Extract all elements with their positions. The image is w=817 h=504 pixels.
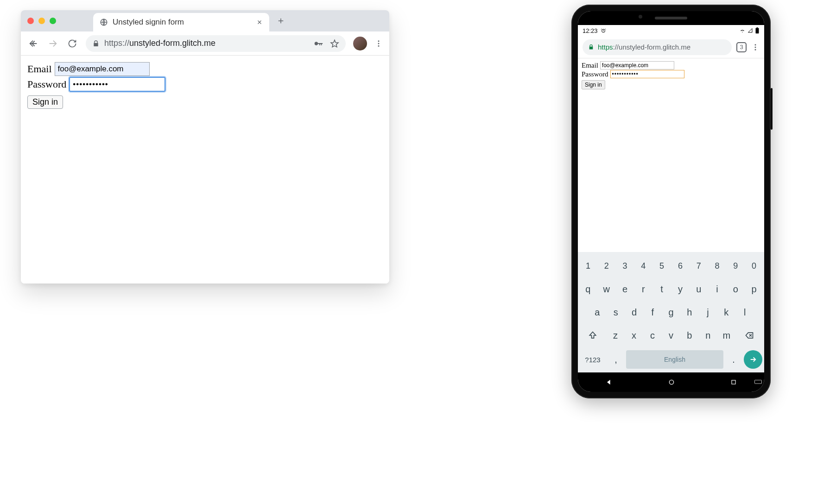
lock-icon xyxy=(92,40,100,47)
key-4[interactable]: 4 xyxy=(635,256,652,276)
key-a[interactable]: a xyxy=(589,302,606,322)
browser-toolbar: https://unstyled-form.glitch.me xyxy=(21,32,389,56)
mobile-email-field[interactable] xyxy=(600,61,674,69)
front-camera xyxy=(639,15,642,19)
maximize-window-button[interactable] xyxy=(50,18,56,24)
key-e[interactable]: e xyxy=(617,279,633,299)
android-nav-bar xyxy=(578,372,764,392)
key-j[interactable]: j xyxy=(700,302,716,322)
browser-tabstrip: Unstyled signin form xyxy=(21,10,389,32)
shift-key[interactable] xyxy=(580,325,605,346)
key-i[interactable]: i xyxy=(709,279,726,299)
key-v[interactable]: v xyxy=(663,325,679,346)
tab-switcher-button[interactable]: 3 xyxy=(736,42,747,52)
password-field[interactable] xyxy=(69,77,165,92)
mobile-sign-in-button[interactable]: Sign in xyxy=(582,80,605,89)
key-y[interactable]: y xyxy=(672,279,689,299)
keyboard-collapse-button[interactable] xyxy=(754,379,762,385)
key-z[interactable]: z xyxy=(607,325,624,346)
key-r[interactable]: r xyxy=(635,279,652,299)
keyboard-bottom-row: ?123 , English . xyxy=(580,348,762,370)
status-bar: 12:23 xyxy=(578,25,764,36)
profile-avatar[interactable] xyxy=(353,37,367,50)
backspace-key[interactable] xyxy=(737,325,762,346)
svg-point-8 xyxy=(755,44,756,45)
period-key[interactable]: . xyxy=(725,349,742,370)
key-m[interactable]: m xyxy=(718,325,735,346)
mobile-password-field[interactable] xyxy=(610,70,684,78)
key-d[interactable]: d xyxy=(626,302,643,322)
key-5[interactable]: 5 xyxy=(653,256,670,276)
page-whitespace xyxy=(578,92,764,252)
keyboard-row-3: zxcvbnm xyxy=(580,325,762,346)
key-n[interactable]: n xyxy=(700,325,716,346)
key-h[interactable]: h xyxy=(681,302,698,322)
svg-point-11 xyxy=(669,380,673,384)
enter-key[interactable] xyxy=(744,350,762,369)
speaker-grille xyxy=(655,17,687,19)
nav-home-button[interactable] xyxy=(668,378,675,386)
mobile-password-label: Password xyxy=(582,70,608,78)
key-q[interactable]: q xyxy=(580,279,596,299)
lock-icon xyxy=(588,44,594,50)
mobile-url: https://unstyled-form.glitch.me xyxy=(598,43,690,51)
key-7[interactable]: 7 xyxy=(690,256,707,276)
key-6[interactable]: 6 xyxy=(672,256,689,276)
phone-bezel-top xyxy=(578,11,764,25)
mobile-address-bar[interactable]: https://unstyled-form.glitch.me xyxy=(583,39,732,55)
key-u[interactable]: u xyxy=(690,279,707,299)
tab-title: Unstyled signin form xyxy=(113,18,252,27)
key-0[interactable]: 0 xyxy=(746,256,762,276)
key-3[interactable]: 3 xyxy=(617,256,633,276)
address-bar[interactable]: https://unstyled-form.glitch.me xyxy=(86,35,346,52)
browser-tab[interactable]: Unstyled signin form xyxy=(93,13,269,32)
battery-icon xyxy=(755,27,760,34)
desktop-browser-window: Unstyled signin form https://unstyled-fo… xyxy=(21,10,389,284)
key-t[interactable]: t xyxy=(653,279,670,299)
symbols-key[interactable]: ?123 xyxy=(580,349,606,370)
sign-in-button[interactable]: Sign in xyxy=(27,95,63,109)
comma-key[interactable]: , xyxy=(608,349,624,370)
keyboard-row-1: qwertyuiop xyxy=(580,279,762,299)
reload-button[interactable] xyxy=(66,38,78,50)
url-scheme: https:// xyxy=(104,38,129,48)
key-l[interactable]: l xyxy=(736,302,753,322)
key-w[interactable]: w xyxy=(598,279,615,299)
back-button[interactable] xyxy=(27,38,39,50)
keyboard-row-2: asdfghjkl xyxy=(580,302,762,322)
status-time: 12:23 xyxy=(583,27,598,34)
svg-point-9 xyxy=(755,46,756,48)
key-b[interactable]: b xyxy=(681,325,698,346)
key-p[interactable]: p xyxy=(746,279,762,299)
forward-button[interactable] xyxy=(47,38,59,50)
spacebar-key[interactable]: English xyxy=(626,350,723,369)
browser-menu-button[interactable] xyxy=(374,39,383,48)
new-tab-button[interactable] xyxy=(277,17,285,25)
soft-keyboard: 1234567890 qwertyuiop asdfghjkl zxcvbnm … xyxy=(578,252,764,372)
email-field[interactable] xyxy=(55,62,150,76)
close-tab-button[interactable] xyxy=(256,19,263,25)
key-2[interactable]: 2 xyxy=(598,256,615,276)
key-x[interactable]: x xyxy=(626,325,642,346)
key-9[interactable]: 9 xyxy=(727,256,744,276)
key-c[interactable]: c xyxy=(644,325,661,346)
password-label: Password xyxy=(27,78,66,90)
key-icon[interactable] xyxy=(313,38,323,49)
nav-recent-button[interactable] xyxy=(730,379,737,385)
key-1[interactable]: 1 xyxy=(580,256,596,276)
nav-back-button[interactable] xyxy=(605,378,613,386)
svg-rect-6 xyxy=(756,28,759,33)
mobile-page-content: Email Password Sign in xyxy=(578,58,764,92)
svg-rect-7 xyxy=(757,27,758,28)
star-icon[interactable] xyxy=(330,39,339,48)
key-k[interactable]: k xyxy=(718,302,735,322)
mobile-menu-button[interactable] xyxy=(751,43,760,51)
svg-rect-13 xyxy=(755,380,762,384)
close-window-button[interactable] xyxy=(27,18,34,24)
minimize-window-button[interactable] xyxy=(38,18,45,24)
key-o[interactable]: o xyxy=(727,279,744,299)
key-s[interactable]: s xyxy=(608,302,624,322)
key-g[interactable]: g xyxy=(663,302,679,322)
key-f[interactable]: f xyxy=(644,302,661,322)
key-8[interactable]: 8 xyxy=(709,256,726,276)
